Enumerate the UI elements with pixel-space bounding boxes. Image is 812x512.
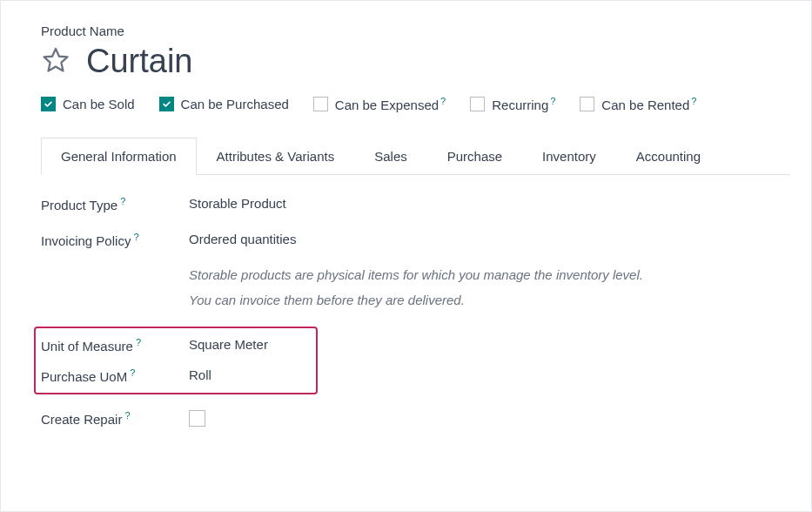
- tab-purchase[interactable]: Purchase: [427, 138, 522, 175]
- field-label: Invoicing Policy?: [41, 232, 189, 248]
- tab-inventory[interactable]: Inventory: [522, 138, 616, 175]
- invoicing-policy-field: Invoicing Policy? Ordered quantities: [41, 232, 790, 248]
- checkbox-label: Can be Sold: [63, 97, 135, 111]
- product-form: Product Name Curtain Can be Sold Can be …: [0, 0, 812, 512]
- checkbox-checked-icon: [159, 97, 174, 111]
- help-icon[interactable]: ?: [550, 96, 555, 106]
- field-label: Purchase UoM?: [41, 367, 189, 384]
- form-tabs: General Information Attributes & Variant…: [41, 137, 790, 175]
- checkbox-unchecked-icon: [470, 97, 485, 111]
- help-icon[interactable]: ?: [124, 410, 130, 421]
- purchase-uom-value[interactable]: Roll: [189, 367, 211, 382]
- product-type-value[interactable]: Storable Product: [189, 196, 286, 211]
- product-name-label: Product Name: [41, 24, 790, 38]
- field-label: Unit of Measure?: [41, 337, 189, 354]
- checkbox-unchecked-icon: [313, 97, 328, 111]
- tab-attributes-variants[interactable]: Attributes & Variants: [197, 138, 355, 175]
- help-icon[interactable]: ?: [130, 367, 135, 378]
- favorite-star-icon[interactable]: [41, 45, 70, 77]
- field-label: Create Repair?: [41, 410, 189, 427]
- can-be-purchased-checkbox[interactable]: Can be Purchased: [159, 97, 289, 111]
- can-be-sold-checkbox[interactable]: Can be Sold: [41, 97, 135, 111]
- help-icon[interactable]: ?: [120, 196, 125, 206]
- checkbox-label: Can be Expensed?: [335, 96, 446, 112]
- tab-sales[interactable]: Sales: [354, 138, 427, 175]
- checkbox-label: Can be Rented?: [601, 96, 696, 112]
- recurring-checkbox[interactable]: Recurring?: [470, 96, 555, 112]
- checkbox-label: Can be Purchased: [181, 97, 289, 111]
- unit-of-measure-field: Unit of Measure? Square Meter: [41, 337, 311, 354]
- tab-accounting[interactable]: Accounting: [616, 138, 721, 175]
- tab-general-information[interactable]: General Information: [41, 138, 197, 175]
- checkbox-unchecked-icon: [580, 97, 594, 111]
- checkbox-checked-icon: [41, 97, 56, 111]
- svg-marker-0: [44, 49, 68, 71]
- uom-highlight-box: Unit of Measure? Square Meter Purchase U…: [34, 327, 318, 394]
- field-description-line-1: Storable products are physical items for…: [189, 267, 790, 282]
- unit-of-measure-value[interactable]: Square Meter: [189, 337, 268, 352]
- purchase-uom-field: Purchase UoM? Roll: [41, 367, 311, 384]
- field-description-line-2: You can invoice them before they are del…: [189, 293, 790, 307]
- can-be-rented-checkbox[interactable]: Can be Rented?: [580, 96, 696, 112]
- help-icon[interactable]: ?: [440, 96, 446, 106]
- title-row: Curtain: [41, 44, 790, 80]
- create-repair-field: Create Repair?: [41, 410, 790, 427]
- help-icon[interactable]: ?: [133, 232, 138, 242]
- create-repair-checkbox[interactable]: [189, 410, 205, 427]
- invoicing-policy-value[interactable]: Ordered quantities: [189, 232, 296, 246]
- product-title[interactable]: Curtain: [86, 44, 193, 80]
- checkbox-label: Recurring?: [492, 96, 555, 112]
- product-type-field: Product Type? Storable Product: [41, 196, 790, 212]
- product-options-row: Can be Sold Can be Purchased Can be Expe…: [41, 96, 790, 112]
- field-label: Product Type?: [41, 196, 189, 212]
- help-icon[interactable]: ?: [136, 337, 141, 347]
- help-icon[interactable]: ?: [691, 96, 696, 106]
- can-be-expensed-checkbox[interactable]: Can be Expensed?: [313, 96, 446, 112]
